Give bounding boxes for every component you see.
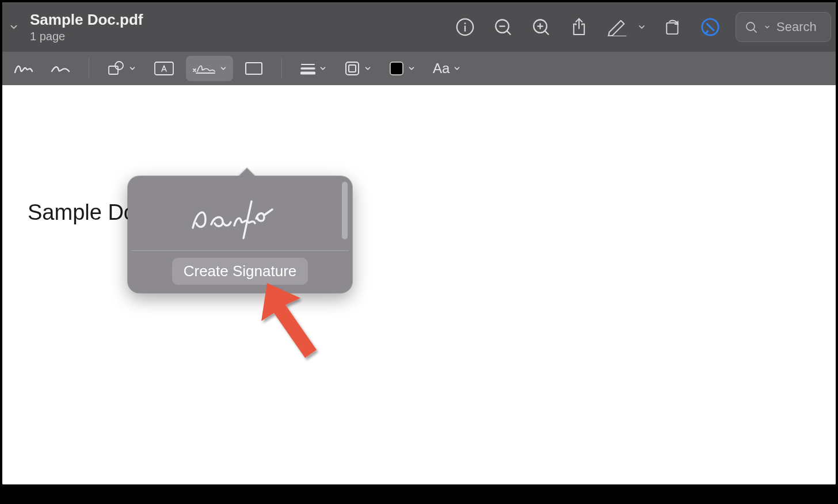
svg-line-15 <box>753 29 756 32</box>
text-box-tool[interactable] <box>148 56 180 81</box>
markup-button[interactable] <box>601 11 633 43</box>
document-page[interactable]: Sample Doc. Create Signature <box>2 85 836 484</box>
page-count-label: 1 page <box>30 30 143 43</box>
markup-toggle-cluster <box>601 11 650 43</box>
svg-rect-16 <box>109 66 118 74</box>
title-left-cluster: Sample Doc.pdf 1 page <box>6 12 143 43</box>
signature-icon <box>192 61 216 76</box>
highlight-button[interactable] <box>694 11 726 43</box>
fill-color-tool[interactable] <box>383 56 421 81</box>
sign-tool[interactable] <box>186 56 233 81</box>
info-button[interactable] <box>449 11 481 43</box>
info-icon <box>455 17 475 37</box>
text-box-icon <box>154 61 174 76</box>
svg-line-4 <box>507 31 511 35</box>
signature-preview-icon <box>182 186 298 244</box>
search-field[interactable] <box>736 12 831 42</box>
create-signature-button[interactable]: Create Signature <box>172 258 308 285</box>
signature-popover: Create Signature <box>128 176 352 293</box>
chevron-down-icon <box>219 64 227 72</box>
svg-line-7 <box>545 31 548 35</box>
rotate-button[interactable] <box>656 11 688 43</box>
line-weight-icon <box>300 62 315 75</box>
zoom-in-button[interactable] <box>525 11 557 43</box>
preview-window: Sample Doc.pdf 1 page <box>2 2 836 484</box>
search-input[interactable] <box>776 20 822 35</box>
separator <box>89 58 89 79</box>
chevron-down-icon <box>637 22 646 32</box>
search-icon <box>744 20 758 34</box>
chevron-down-icon <box>9 22 19 32</box>
pencil-icon <box>607 18 627 36</box>
redact-tool[interactable] <box>239 56 269 81</box>
titlebar: Sample Doc.pdf 1 page <box>2 2 836 52</box>
zoom-out-button[interactable] <box>487 11 519 43</box>
svg-point-17 <box>115 62 123 70</box>
fill-color-icon <box>389 61 404 76</box>
rotate-icon <box>662 17 682 37</box>
saved-signature-item[interactable] <box>131 180 349 251</box>
svg-line-27 <box>243 201 252 238</box>
chevron-down-icon <box>364 64 372 72</box>
chevron-down-icon <box>407 64 416 72</box>
svg-point-2 <box>464 22 466 24</box>
markup-dropdown[interactable] <box>633 22 650 32</box>
svg-rect-18 <box>155 62 173 75</box>
zoom-out-icon <box>493 17 513 37</box>
annotation-arrow-icon <box>261 283 330 364</box>
squiggle-thin-icon <box>51 61 70 76</box>
svg-marker-28 <box>261 283 317 358</box>
text-style-label: Aa <box>433 60 450 77</box>
markup-toolbar: Aa <box>2 52 836 85</box>
shapes-icon <box>108 60 125 77</box>
share-icon <box>570 17 588 37</box>
draw-tool[interactable] <box>45 56 76 81</box>
chevron-down-icon <box>453 64 461 72</box>
squiggle-icon <box>14 61 33 76</box>
text-style-tool[interactable]: Aa <box>427 56 467 81</box>
stroke-color-tool[interactable] <box>338 56 378 81</box>
chevron-down-icon <box>764 24 771 30</box>
rectangle-icon <box>245 62 263 75</box>
line-style-tool[interactable] <box>295 56 333 81</box>
svg-rect-20 <box>246 63 262 74</box>
highlight-icon <box>700 17 720 37</box>
separator <box>281 58 282 79</box>
shapes-tool[interactable] <box>102 56 142 81</box>
stroke-color-icon <box>344 60 360 77</box>
document-title: Sample Doc.pdf <box>30 12 143 28</box>
sidebar-toggle-chevron[interactable] <box>6 19 22 35</box>
popover-scrollbar[interactable] <box>342 182 348 239</box>
svg-rect-26 <box>390 62 403 75</box>
sketch-tool[interactable] <box>8 56 39 81</box>
chevron-down-icon <box>128 64 136 72</box>
title-block: Sample Doc.pdf 1 page <box>30 12 143 43</box>
chevron-down-icon <box>319 64 327 72</box>
share-button[interactable] <box>563 11 595 43</box>
zoom-in-icon <box>531 17 551 37</box>
svg-rect-25 <box>349 65 356 72</box>
